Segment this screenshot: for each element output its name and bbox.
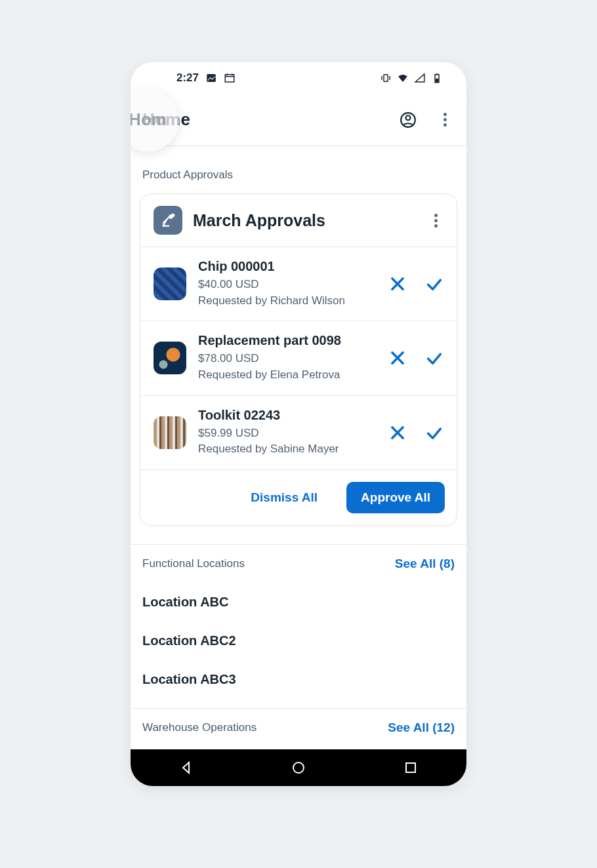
approval-item[interactable]: Toolkit 02243 $59.99 USD Requested by Sa…	[140, 396, 457, 470]
location-item[interactable]: Location ABC2	[142, 621, 455, 660]
functional-locations-header: Functional Locations	[142, 557, 245, 570]
warehouse-see-all-link[interactable]: See All (12)	[388, 720, 455, 735]
nav-home-button[interactable]	[279, 755, 318, 781]
image-icon	[205, 72, 217, 84]
item-requester: Requested by Richard Wilson	[198, 293, 377, 309]
item-price: $59.99 USD	[198, 425, 377, 442]
warehouse-operations-header: Warehouse Operations	[142, 721, 257, 734]
approval-item[interactable]: Replacement part 0098 $78.00 USD Request…	[140, 321, 457, 395]
battery-icon	[431, 72, 443, 84]
page-title: Home	[142, 109, 190, 130]
reject-button[interactable]	[388, 275, 407, 293]
item-thumbnail	[154, 416, 186, 449]
item-requester: Requested by Sabine Mayer	[198, 441, 377, 458]
svg-point-12	[406, 115, 411, 120]
item-thumbnail	[154, 342, 186, 374]
robot-arm-icon	[154, 206, 182, 235]
app-bar: Home Hom	[131, 94, 466, 146]
profile-button[interactable]	[398, 110, 418, 130]
svg-rect-5	[384, 75, 388, 82]
svg-point-13	[172, 214, 174, 216]
signal-icon	[414, 72, 426, 84]
dismiss-all-button[interactable]: Dismiss All	[236, 482, 332, 513]
device-frame: 2:27 Home Hom	[131, 62, 466, 786]
approve-button[interactable]	[425, 424, 443, 442]
svg-rect-1	[225, 75, 234, 82]
svg-point-14	[293, 762, 304, 773]
approve-all-button[interactable]: Approve All	[346, 482, 445, 513]
svg-rect-10	[436, 79, 439, 82]
vibrate-icon	[380, 72, 392, 84]
product-approvals-header: Product Approvals	[131, 146, 466, 193]
approvals-card: March Approvals Chip 000001 $40.00 USD R…	[140, 193, 457, 526]
approval-item[interactable]: Chip 000001 $40.00 USD Requested by Rich…	[140, 247, 457, 321]
card-overflow-menu[interactable]	[428, 212, 443, 228]
calendar-icon	[224, 72, 236, 84]
locations-see-all-link[interactable]: See All (8)	[395, 557, 455, 571]
location-item[interactable]: Location ABC3	[142, 660, 455, 699]
svg-rect-15	[406, 763, 415, 772]
nav-back-button[interactable]	[167, 755, 206, 781]
item-title: Toolkit 02243	[198, 408, 377, 423]
status-bar: 2:27	[131, 62, 466, 94]
location-item[interactable]: Location ABC	[142, 583, 455, 621]
approve-button[interactable]	[425, 349, 443, 367]
item-thumbnail	[154, 267, 186, 300]
item-price: $40.00 USD	[198, 277, 377, 293]
nav-recent-button[interactable]	[391, 755, 430, 781]
svg-rect-9	[436, 73, 438, 75]
reject-button[interactable]	[388, 349, 407, 367]
reject-button[interactable]	[388, 424, 407, 442]
item-requester: Requested by Elena Petrova	[198, 367, 377, 384]
item-title: Chip 000001	[198, 259, 377, 274]
status-time: 2:27	[176, 71, 199, 85]
item-title: Replacement part 0098	[198, 333, 377, 348]
overflow-menu-button[interactable]	[435, 110, 455, 130]
approve-button[interactable]	[425, 275, 443, 293]
approvals-card-title: March Approvals	[193, 211, 417, 230]
android-nav-bar	[131, 749, 466, 786]
wifi-icon	[397, 72, 409, 84]
item-price: $78.00 USD	[198, 351, 377, 367]
